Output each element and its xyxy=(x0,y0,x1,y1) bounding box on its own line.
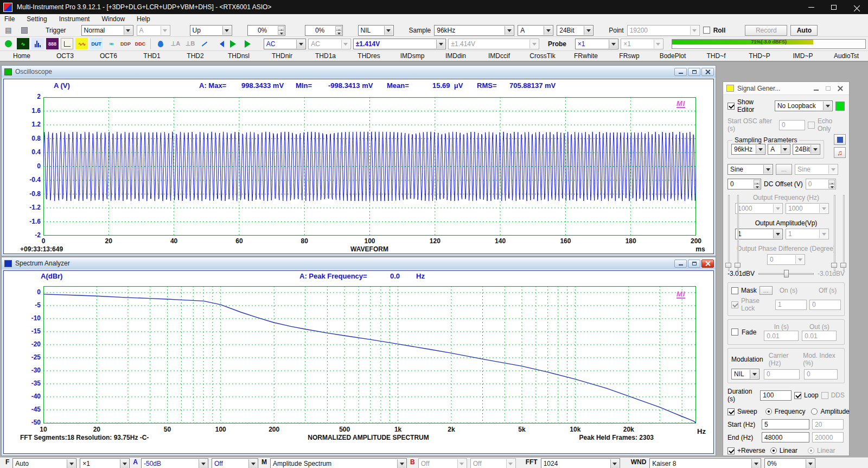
trigger-delay-stepper[interactable]: 0% xyxy=(305,25,343,36)
freq-mult-select[interactable]: ×1 xyxy=(80,458,130,468)
multimeter-icon[interactable]: 888 xyxy=(46,38,59,49)
range-a-select[interactable]: ±1.414V xyxy=(353,39,446,49)
oscilloscope-icon[interactable]: ∿ xyxy=(17,38,29,49)
siggen-run-button[interactable] xyxy=(835,102,845,111)
window-function-select[interactable]: Kaiser 8 xyxy=(649,458,761,468)
spinner-arrows-icon[interactable] xyxy=(754,180,760,188)
coupling-a-select[interactable]: AC xyxy=(264,39,306,49)
trigger-hpf-select[interactable]: NIL xyxy=(358,25,394,36)
speaker-icon[interactable] xyxy=(213,38,226,49)
siggen-bits-select[interactable]: 24Bit xyxy=(793,144,820,155)
oscilloscope-minimize-button[interactable] xyxy=(674,68,687,76)
loop-checkbox[interactable] xyxy=(794,392,801,399)
trigger-level-stepper[interactable]: 0% xyxy=(247,25,285,36)
fft-size-select[interactable]: 1024 xyxy=(541,458,620,468)
spinner-arrows-icon[interactable] xyxy=(278,26,284,35)
sweep-end-input[interactable]: 48000 xyxy=(762,432,809,442)
tab-imddin[interactable]: IMDdin xyxy=(434,51,477,61)
tab-imdsmp[interactable]: IMDsmp xyxy=(391,51,434,61)
sweep-start-input[interactable]: 5 xyxy=(762,419,809,429)
siggen-channel-select[interactable]: A xyxy=(768,144,790,155)
modulation-select[interactable]: NIL xyxy=(731,369,760,380)
calibration-icon[interactable] xyxy=(155,38,167,49)
save-signal-button[interactable] xyxy=(834,134,846,145)
measurement-mode-select[interactable]: Amplitude Spectrum xyxy=(270,458,407,468)
siggen-minimize-button[interactable] xyxy=(810,83,822,94)
spectrum-3d-plot-icon[interactable] xyxy=(61,38,73,49)
tab-audiotst[interactable]: AudioTst xyxy=(825,51,868,61)
oscilloscope-waveform-chart[interactable] xyxy=(43,97,696,236)
amplitude-a-select[interactable]: 1 xyxy=(735,229,783,239)
midi-note-button[interactable]: ♫ xyxy=(834,147,846,158)
balance-slider[interactable] xyxy=(757,269,815,278)
input-setup-icon[interactable] xyxy=(199,38,211,49)
tab-imd-p[interactable]: IMD~P xyxy=(781,51,825,61)
signal-generator-icon[interactable]: ∿∿ xyxy=(75,38,88,49)
show-editor-checkbox[interactable] xyxy=(727,103,735,110)
app-maximize-button[interactable] xyxy=(822,0,845,14)
a-extra-select[interactable]: Off xyxy=(212,458,258,468)
siggen-close-button[interactable] xyxy=(834,83,846,94)
tab-imdccif[interactable]: IMDccif xyxy=(477,51,521,61)
tab-thdres[interactable]: THDres xyxy=(347,51,391,61)
ddc-icon[interactable]: DDC xyxy=(134,38,146,49)
menu-window[interactable]: Window xyxy=(101,15,125,23)
sweep-checkbox[interactable] xyxy=(727,408,735,415)
mask-checkbox[interactable] xyxy=(731,287,738,294)
tab-thd-f[interactable]: THD~f xyxy=(694,51,738,61)
menu-help[interactable]: Help xyxy=(137,15,150,23)
tab-oct3[interactable]: OCT3 xyxy=(43,51,87,61)
tab-bodeplot[interactable]: BodePlot xyxy=(651,51,694,61)
freq-axis-mode-select[interactable]: Auto xyxy=(12,458,76,468)
spectrum-close-button[interactable] xyxy=(701,260,714,268)
oscilloscope-plot-area[interactable]: A (V) A: Max= 998.3433 mV MIn= -998.3413… xyxy=(3,79,714,254)
amplitude-slider-a2[interactable] xyxy=(734,195,742,271)
spectrum-plot-area[interactable]: A(dBr) A: Peak Frequency= 0.0 Hz MI FFT … xyxy=(3,270,714,454)
oscilloscope-close-button[interactable] xyxy=(701,68,714,76)
spectrum-analyzer-icon[interactable] xyxy=(31,38,44,49)
roll-checkbox[interactable] xyxy=(703,27,710,34)
menu-instrument[interactable]: Instrument xyxy=(59,15,90,23)
open-file-icon[interactable]: ▤ xyxy=(2,24,15,36)
spectrum-minimize-button[interactable] xyxy=(674,260,687,268)
save-file-icon[interactable] xyxy=(18,24,30,36)
tab-thdnir[interactable]: THDnir xyxy=(260,51,304,61)
app-minimize-button[interactable] xyxy=(800,0,822,14)
oscilloscope-maximize-button[interactable] xyxy=(688,68,700,76)
tab-thd1a[interactable]: THD1a xyxy=(304,51,347,61)
tab-crosstlk[interactable]: CrossTlk xyxy=(521,51,564,61)
spectrum-titlebar[interactable]: Spectrum Analyzer xyxy=(2,257,716,269)
tab-thdnsl[interactable]: THDnsl xyxy=(217,51,260,61)
spinner-arrows-icon[interactable] xyxy=(335,26,342,35)
trigger-mode-select[interactable]: Normal xyxy=(81,25,133,36)
ddp-viewer-icon[interactable]: DDP xyxy=(119,38,132,49)
duration-input[interactable]: 100 xyxy=(760,390,792,401)
tab-oct6[interactable]: OCT6 xyxy=(87,51,130,61)
waveform-a-select[interactable]: Sine xyxy=(727,164,773,175)
spectrum-maximize-button[interactable] xyxy=(688,260,700,268)
siggen-rate-select[interactable]: 96kHz xyxy=(731,144,765,155)
tab-frswp[interactable]: FRswp xyxy=(608,51,651,61)
trigger-edge-select[interactable]: Up xyxy=(190,25,232,36)
siggen-titlebar[interactable]: Signal Gener... xyxy=(723,82,849,95)
sweep-frequency-radio[interactable] xyxy=(765,408,772,415)
tab-thd-p[interactable]: THD~P xyxy=(738,51,781,61)
offset-a-stepper[interactable]: 0 xyxy=(727,179,761,189)
overlap-select[interactable]: 0% xyxy=(764,458,815,468)
siggen-maximize-button[interactable] xyxy=(822,83,834,94)
loopback-select[interactable]: No Loopback xyxy=(775,100,833,111)
tab-thd1[interactable]: THD1 xyxy=(130,51,174,61)
probe-a-select[interactable]: ×1 xyxy=(575,39,618,49)
sample-bits-select[interactable]: 24Bit xyxy=(557,25,593,36)
derived-data-curve-icon[interactable]: ≈≈ xyxy=(105,38,117,49)
sample-rate-select[interactable]: 96kHz xyxy=(434,25,514,36)
auto-button[interactable]: Auto xyxy=(790,25,818,36)
tab-thd2[interactable]: THD2 xyxy=(174,51,217,61)
menu-setting[interactable]: Setting xyxy=(27,15,47,23)
reverse-checkbox[interactable] xyxy=(727,447,735,454)
spectrum-chart[interactable] xyxy=(43,286,696,423)
play-icon[interactable] xyxy=(228,38,240,49)
app-close-button[interactable] xyxy=(845,0,868,14)
waveform-more-button[interactable]: ... xyxy=(776,164,792,175)
tab-home[interactable]: Home xyxy=(0,51,43,61)
